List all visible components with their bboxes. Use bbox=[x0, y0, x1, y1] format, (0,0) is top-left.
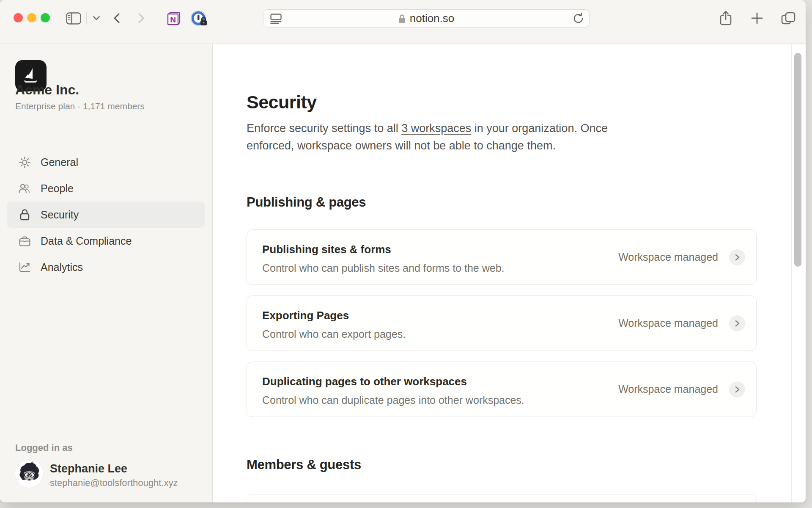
forward-button[interactable] bbox=[133, 10, 150, 26]
user-name: Stephanie Lee bbox=[50, 462, 127, 475]
card-exporting-pages[interactable]: Exporting Pages Control who can export p… bbox=[247, 295, 757, 351]
browser-window: N bbox=[0, 0, 806, 502]
card-partial[interactable] bbox=[247, 494, 757, 502]
new-tab-button[interactable] bbox=[748, 9, 766, 27]
card-description: Control who can export pages. bbox=[262, 328, 406, 340]
svg-text:N: N bbox=[170, 15, 176, 24]
card-status: Workspace managed bbox=[618, 362, 718, 417]
user-email: stephanie@toolsforthought.xyz bbox=[50, 478, 178, 489]
org-plan: Enterprise plan · 1,171 members bbox=[15, 101, 145, 111]
toolbar-divider bbox=[86, 12, 87, 25]
sidebar-item-security[interactable]: Security bbox=[7, 202, 205, 228]
chevron-right-icon bbox=[735, 320, 740, 327]
minimize-button[interactable] bbox=[27, 13, 36, 22]
browser-toolbar: N bbox=[0, 0, 806, 44]
sidebar-toggle-button[interactable] bbox=[63, 10, 84, 26]
intro-text-after-2: enforced, workspace owners will not be a… bbox=[247, 139, 556, 152]
scrollbar-thumb[interactable] bbox=[794, 53, 801, 267]
card-title: Duplicating pages to other workspaces bbox=[262, 375, 467, 388]
back-icon bbox=[114, 13, 120, 23]
back-button[interactable] bbox=[108, 10, 125, 26]
page-title: Security bbox=[247, 92, 317, 113]
avatar-illustration-icon bbox=[15, 460, 43, 488]
close-button[interactable] bbox=[14, 13, 23, 22]
refresh-icon bbox=[573, 13, 584, 24]
chart-line-icon bbox=[19, 262, 30, 272]
intro-paragraph: Enforce security settings to all 3 works… bbox=[247, 120, 712, 155]
chevron-right-icon bbox=[735, 386, 740, 393]
refresh-button[interactable] bbox=[573, 13, 584, 24]
sidebar-item-label: General bbox=[41, 156, 78, 168]
sidebar-item-label: Data & Compliance bbox=[41, 235, 132, 247]
card-publishing-sites-forms[interactable]: Publishing sites & forms Control who can… bbox=[247, 229, 757, 285]
notion-extension-button[interactable]: N bbox=[164, 10, 183, 27]
onepassword-extension-button[interactable] bbox=[189, 10, 209, 27]
card-title: Exporting Pages bbox=[262, 309, 349, 322]
tls-lock-icon bbox=[398, 14, 406, 23]
settings-sidebar: Acme Inc. Enterprise plan · 1,171 member… bbox=[0, 44, 213, 502]
onepassword-extension-icon bbox=[190, 10, 208, 27]
zoom-button[interactable] bbox=[41, 13, 50, 22]
card-chevron-button[interactable] bbox=[729, 381, 745, 398]
chevron-right-icon bbox=[735, 254, 740, 261]
chevron-down-icon bbox=[93, 16, 100, 20]
card-chevron-button[interactable] bbox=[729, 315, 745, 331]
notion-extension-icon: N bbox=[165, 11, 181, 27]
briefcase-icon bbox=[19, 236, 30, 246]
intro-text-after-1: in your organization. Once bbox=[471, 122, 608, 135]
sidebar-item-label: Analytics bbox=[41, 261, 83, 273]
section-heading-publishing: Publishing & pages bbox=[247, 195, 366, 210]
share-button[interactable] bbox=[716, 9, 735, 27]
card-status: Workspace managed bbox=[618, 296, 718, 351]
intro-text-before: Enforce security settings to all bbox=[247, 122, 401, 135]
forward-icon bbox=[138, 13, 144, 23]
sidebar-nav: General People bbox=[7, 149, 205, 280]
user-avatar bbox=[15, 460, 43, 488]
tabs-overview-button[interactable] bbox=[778, 9, 798, 27]
plus-icon bbox=[751, 12, 763, 24]
share-icon bbox=[719, 10, 732, 26]
sidebar-control-group bbox=[63, 9, 104, 27]
sidebar-item-analytics[interactable]: Analytics bbox=[7, 254, 205, 280]
sidebar-item-general[interactable]: General bbox=[7, 149, 205, 175]
card-description: Control who can duplicate pages into oth… bbox=[262, 394, 524, 406]
sidebar-item-people[interactable]: People bbox=[7, 175, 205, 202]
sidebar-dropdown-button[interactable] bbox=[89, 10, 104, 26]
sidebar-item-label: Security bbox=[41, 209, 79, 221]
card-status: Workspace managed bbox=[618, 230, 718, 284]
card-description: Control who can publish sites and forms … bbox=[262, 262, 505, 274]
address-bar[interactable]: notion.so bbox=[263, 9, 590, 28]
lock-icon bbox=[19, 209, 30, 221]
card-chevron-button[interactable] bbox=[729, 249, 745, 265]
card-title: Publishing sites & forms bbox=[262, 243, 391, 256]
logged-in-as-label: Logged in as bbox=[15, 442, 73, 453]
scrollbar-track-edge bbox=[791, 44, 792, 502]
section-heading-members: Members & guests bbox=[247, 457, 361, 472]
sidebar-toggle-icon bbox=[66, 12, 81, 25]
tabs-overview-icon bbox=[781, 12, 796, 25]
address-display: notion.so bbox=[263, 12, 589, 25]
card-duplicating-pages[interactable]: Duplicating pages to other workspaces Co… bbox=[247, 362, 757, 417]
workspaces-link[interactable]: 3 workspaces bbox=[401, 122, 471, 135]
url-text: notion.so bbox=[410, 12, 455, 25]
people-icon bbox=[19, 183, 30, 193]
sidebar-item-data-compliance[interactable]: Data & Compliance bbox=[7, 228, 205, 254]
gear-icon bbox=[19, 157, 30, 168]
settings-content: Security Enforce security settings to al… bbox=[213, 44, 806, 502]
sidebar-item-label: People bbox=[41, 182, 74, 195]
org-name: Acme Inc. bbox=[15, 82, 79, 98]
